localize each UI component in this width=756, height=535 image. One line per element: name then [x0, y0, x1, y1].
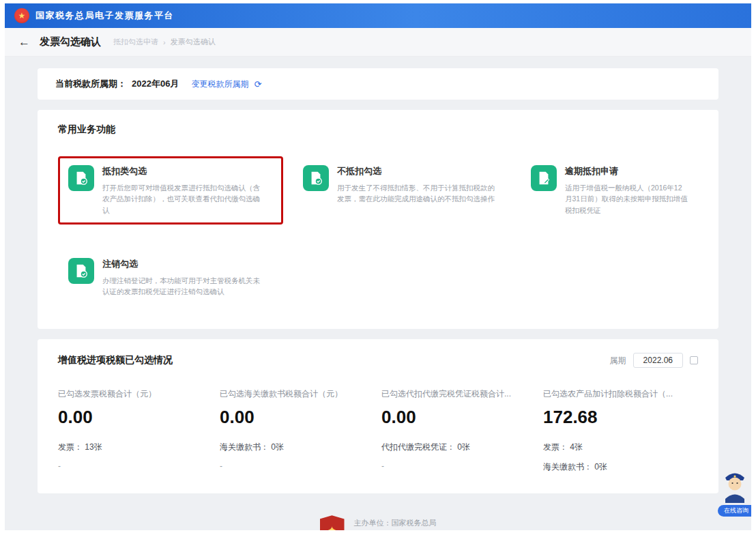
stat-sub2: 海关缴款书： 0张 [543, 461, 698, 473]
tile-title: 抵扣类勾选 [102, 165, 261, 177]
stat-agri-deduction-total: 已勾选农产品加计扣除税额合计（... 172.68 发票： 4张 海关缴款书： … [543, 388, 698, 473]
tile-desc: 打开后您即可对增值税发票进行抵扣勾选确认（含农产品加计扣除），也可关联查看代扣代… [102, 182, 261, 216]
function-tiles: 抵扣类勾选 打开后您即可对增值税发票进行抵扣勾选确认（含农产品加计扣除），也可关… [58, 156, 698, 306]
stat-value: 0.00 [58, 407, 213, 428]
page-title: 发票勾选确认 [40, 35, 101, 48]
main-content: 当前税款所属期： 2022年06月 变更税款所属期 ⟳ 常用业务功能 抵扣类勾选… [5, 57, 751, 530]
tile-desc: 办理注销登记时，本功能可用于对主管税务机关未认证的发票扣税凭证进行注销勾选确认 [102, 275, 261, 298]
page-nav: ← 发票勾选确认 抵扣勾选申请 › 发票勾选确认 [5, 28, 751, 57]
summary-period-select[interactable]: 2022.06 [633, 353, 683, 368]
breadcrumb-item-current: 发票勾选确认 [171, 37, 216, 47]
app-title: 国家税务总局电子发票服务平台 [35, 10, 174, 22]
stat-customs-tax-total: 已勾选海关缴款书税额合计（元） 0.00 海关缴款书： 0张 - [220, 388, 375, 473]
tile-cancellation-check[interactable]: 注销勾选 办理注销登记时，本功能可用于对主管税务机关未认证的发票扣税凭证进行注销… [58, 249, 283, 306]
page-footer: ✦ 主办单位：国家税务总局 版本号：1.2.3.6 [38, 515, 718, 530]
footer-text: 主办单位：国家税务总局 版本号：1.2.3.6 [354, 515, 437, 530]
breadcrumb: 抵扣勾选申请 › 发票勾选确认 [113, 37, 216, 47]
tile-desc: 用于发生了不得抵扣情形、不用于计算抵扣税款的发票，需在此功能完成用途确认的不抵扣… [337, 182, 495, 205]
summary-stats: 已勾选发票税额合计（元） 0.00 发票： 13张 - 已勾选海关缴款书税额合计… [58, 388, 698, 473]
tile-overdue-deduction-apply[interactable]: 逾期抵扣申请 适用于增值税一般纳税人（2016年12月31日前）取得的未按期申报… [521, 156, 698, 225]
tile-title: 逾期抵扣申请 [565, 165, 688, 177]
refresh-icon[interactable]: ⟳ [254, 79, 261, 89]
tile-non-deduction-check[interactable]: 不抵扣勾选 用于发生了不得抵扣情形、不用于计算抵扣税款的发票，需在此功能完成用途… [293, 156, 511, 225]
tile-desc: 适用于增值税一般纳税人（2016年12月31日前）取得的未按期申报抵扣增值税扣税… [565, 182, 688, 216]
tax-period-card: 当前税款所属期： 2022年06月 变更税款所属期 ⟳ [38, 68, 718, 100]
stat-value: 0.00 [220, 407, 375, 428]
stat-value: 172.68 [543, 407, 698, 428]
back-arrow-icon[interactable]: ← [18, 35, 30, 49]
summary-period-picker: 属期 2022.06 [610, 353, 698, 368]
functions-card-title: 常用业务功能 [58, 124, 698, 136]
stat-withholding-tax-total: 已勾选代扣代缴完税凭证税额合计... 0.00 代扣代缴完税凭证： 0张 - [381, 388, 536, 473]
summary-card-title: 增值税进项税额已勾选情况 [58, 354, 173, 366]
cancellation-check-icon [68, 258, 94, 284]
assistant-label[interactable]: 在线咨询 [718, 505, 751, 517]
stat-sub2: - [58, 461, 213, 471]
stat-label: 已勾选海关缴款书税额合计（元） [220, 388, 375, 400]
app-window: ★ 国家税务总局电子发票服务平台 ← 发票勾选确认 抵扣勾选申请 › 发票勾选确… [5, 3, 751, 530]
app-header: ★ 国家税务总局电子发票服务平台 [5, 3, 751, 28]
non-deduction-check-icon [303, 165, 329, 191]
stat-label: 已勾选发票税额合计（元） [58, 388, 213, 400]
deduction-check-icon [68, 165, 94, 191]
tile-title: 不抵扣勾选 [337, 165, 495, 177]
tax-period-value: 2022年06月 [132, 78, 179, 90]
change-period-link[interactable]: 变更税款所属期 [191, 78, 248, 90]
assistant-avatar-icon[interactable] [719, 467, 751, 503]
stat-invoice-tax-total: 已勾选发票税额合计（元） 0.00 发票： 13张 - [58, 388, 213, 473]
calendar-icon[interactable] [690, 356, 698, 364]
assistant-widget[interactable]: 在线咨询 [716, 467, 751, 506]
breadcrumb-separator: › [163, 38, 166, 46]
national-emblem-icon: ★ [14, 8, 29, 23]
stat-sub: 海关缴款书： 0张 [220, 442, 375, 453]
stat-sub: 发票： 4张 [543, 442, 698, 453]
stat-label: 已勾选代扣代缴完税凭证税额合计... [381, 388, 536, 400]
stat-sub: 代扣代缴完税凭证： 0张 [381, 442, 536, 453]
tile-deduction-check[interactable]: 抵扣类勾选 打开后您即可对增值税发票进行抵扣勾选确认（含农产品加计扣除），也可关… [58, 156, 283, 225]
tile-title: 注销勾选 [102, 258, 261, 270]
footer-host-line: 主办单位：国家税务总局 [354, 515, 437, 530]
stat-label: 已勾选农产品加计扣除税额合计（... [543, 388, 698, 400]
summary-period-label: 属期 [610, 355, 626, 366]
stat-value: 0.00 [381, 407, 536, 428]
tax-emblem-icon: ✦ [320, 515, 345, 530]
summary-header: 增值税进项税额已勾选情况 属期 2022.06 [58, 353, 698, 368]
tax-period-label: 当前税款所属期： [55, 78, 126, 90]
stat-sub2: - [220, 461, 375, 471]
stat-sub: 发票： 13张 [58, 442, 213, 453]
business-functions-card: 常用业务功能 抵扣类勾选 打开后您即可对增值税发票进行抵扣勾选确认（含农产品加计… [38, 110, 718, 329]
stat-sub2: - [381, 461, 536, 471]
overdue-deduction-apply-icon [531, 165, 557, 191]
breadcrumb-item-parent[interactable]: 抵扣勾选申请 [113, 37, 158, 47]
vat-summary-card: 增值税进项税额已勾选情况 属期 2022.06 已勾选发票税额合计（元） 0.0… [38, 339, 718, 493]
